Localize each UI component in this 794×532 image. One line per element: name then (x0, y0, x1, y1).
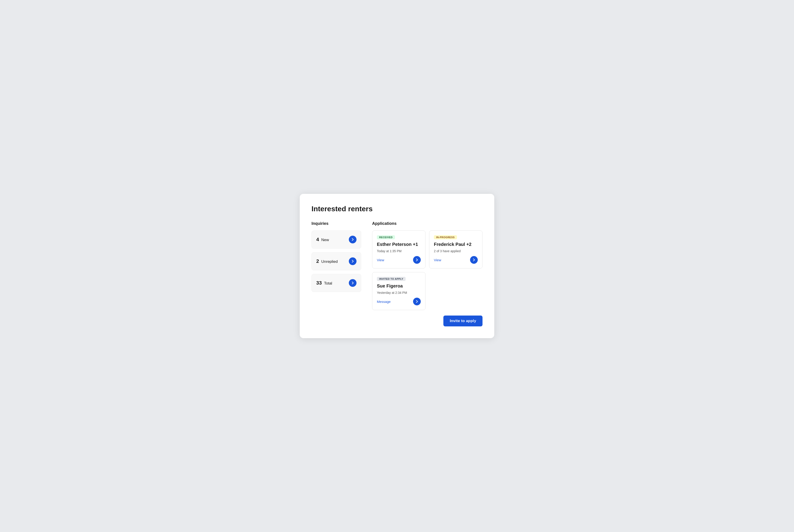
app-arrow-frederick[interactable] (470, 256, 478, 264)
applications-column: Applications RECEIVED Esther Peterson +1… (372, 221, 483, 326)
inquiry-card-unreplied[interactable]: 2 Unreplied (311, 252, 361, 270)
inquiry-count-new: 4 (316, 236, 319, 243)
app-view-link-frederick[interactable]: View (434, 258, 441, 262)
app-card-esther[interactable]: RECEIVED Esther Peterson +1 Today at 1:3… (372, 230, 426, 268)
app-message-link-sue[interactable]: Message (377, 300, 391, 304)
app-card-frederick[interactable]: IN-PROGRESS Frederick Paul +2 2 of 3 hav… (429, 230, 483, 268)
inquiries-column: Inquiries 4 New 2 Unreplied (311, 221, 361, 326)
applications-section-label: Applications (372, 221, 483, 226)
app-name-frederick: Frederick Paul +2 (434, 242, 478, 247)
app-card-sue[interactable]: INVITED TO APPLY Sue Figeroa Yesterday a… (372, 272, 426, 310)
app-arrow-sue[interactable] (413, 298, 421, 305)
inquiry-card-total[interactable]: 33 Total (311, 274, 361, 292)
inquiry-label-unreplied: Unreplied (321, 260, 338, 264)
main-card: Interested renters Inquiries 4 New 2 (300, 194, 494, 338)
status-badge-received: RECEIVED (377, 235, 395, 239)
inquiry-label-new: New (321, 238, 329, 242)
page-title: Interested renters (311, 205, 483, 213)
app-sub-frederick: 2 of 3 have applied (434, 249, 478, 253)
inquiry-arrow-unreplied[interactable] (349, 258, 357, 265)
status-badge-in-progress: IN-PROGRESS (434, 235, 457, 239)
invite-button-row: Invite to apply (372, 316, 483, 326)
inquiry-card-new[interactable]: 4 New (311, 230, 361, 249)
inquiry-cards-list: 4 New 2 Unreplied (311, 230, 361, 292)
chevron-right-icon (351, 238, 355, 241)
chevron-right-icon (351, 281, 355, 285)
chevron-right-icon (351, 260, 355, 263)
invite-to-apply-button[interactable]: Invite to apply (443, 316, 483, 326)
app-view-link-esther[interactable]: View (377, 258, 384, 262)
inquiries-section-label: Inquiries (311, 221, 361, 226)
chevron-right-icon (472, 258, 476, 262)
inquiry-arrow-new[interactable] (349, 236, 357, 243)
app-name-esther: Esther Peterson +1 (377, 242, 421, 247)
app-sub-esther: Today at 1:35 PM (377, 249, 421, 253)
chevron-right-icon (415, 258, 419, 262)
app-arrow-esther[interactable] (413, 256, 421, 264)
chevron-right-icon (415, 300, 419, 303)
inquiry-label-total: Total (324, 281, 332, 286)
inquiry-count-total: 33 (316, 280, 322, 286)
app-name-sue: Sue Figeroa (377, 283, 421, 289)
inquiry-count-unreplied: 2 (316, 258, 319, 264)
status-badge-invited: INVITED TO APPLY (377, 277, 405, 281)
inquiry-arrow-total[interactable] (349, 279, 357, 287)
application-grid: RECEIVED Esther Peterson +1 Today at 1:3… (372, 230, 483, 310)
content-row: Inquiries 4 New 2 Unreplied (311, 221, 483, 326)
app-sub-sue: Yesterday at 2:34 PM (377, 291, 421, 294)
